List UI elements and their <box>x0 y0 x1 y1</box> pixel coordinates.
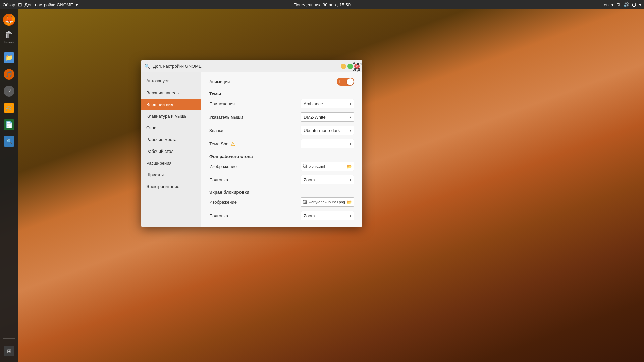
left-dock: 🦊 🗑 Корзина 📁 🎵 ? 🛒 📄 🔍 ⊞ <box>0 9 18 362</box>
desktop-fit-label: Подгонка <box>209 177 228 182</box>
language-selector[interactable]: en <box>604 2 609 7</box>
files-icon: 📁 <box>4 52 14 63</box>
dock-item-amazon[interactable]: 🛒 <box>1 100 17 116</box>
lock-image-picker[interactable]: 🖼 warty-final-ubuntu.png 📂 <box>301 197 354 207</box>
lock-image-open-icon: 📂 <box>346 200 352 205</box>
lock-fit-label: Подгонка <box>209 213 228 218</box>
icons-theme-value: Ubuntu-mono-dark <box>304 128 340 133</box>
apps-theme-arrow: ▾ <box>350 102 351 106</box>
sidebar-item-windows[interactable]: Окна <box>141 122 201 134</box>
cursor-theme-value: DMZ-White <box>304 115 326 120</box>
gnome-tweaks-dialog: 🔍 Доп. настройки GNOME Внешний вид ✕ Авт… <box>141 60 362 227</box>
toggle-knob <box>347 78 354 85</box>
lock-fit-value: Zoom <box>304 213 315 218</box>
dock-bottom-divider <box>3 338 15 339</box>
cursor-theme-label: Указатель мыши <box>209 115 243 120</box>
shell-theme-arrow: ▾ <box>350 142 351 146</box>
lock-fit-row: Подгонка Zoom ▾ <box>209 211 354 220</box>
dock-item-trash[interactable]: 🗑 Корзина <box>1 29 17 44</box>
shell-theme-label: Тема Shell <box>209 141 230 146</box>
search-button[interactable]: 🔍 <box>144 63 150 70</box>
icons-theme-dropdown[interactable]: Ubuntu-mono-dark ▾ <box>301 126 354 135</box>
desktop-image-file-icon: 🖼 <box>303 164 307 169</box>
icons-theme-row: Значки Ubuntu-mono-dark ▾ <box>209 126 354 135</box>
datetime-display[interactable]: Понедельник, 30 апр., 15:50 <box>293 2 351 7</box>
top-panel-left: Обзор ⊞ Доп. настройки GNOME ▾ <box>3 2 78 7</box>
lock-image-label: Изображение <box>209 200 237 205</box>
apps-theme-dropdown[interactable]: Ambiance ▾ <box>301 99 354 108</box>
sidebar-item-appearance[interactable]: Внешний вид <box>141 99 201 110</box>
minimize-button[interactable] <box>341 64 346 69</box>
software-center-icon: 🔍 <box>4 136 14 147</box>
sidebar-item-autostart[interactable]: Автозапуск <box>141 75 201 87</box>
volume-icon[interactable]: 🔊 <box>623 2 629 7</box>
firefox-icon: 🦊 <box>3 14 15 26</box>
rhythmbox-icon: 🎵 <box>4 69 14 80</box>
sidebar-item-fonts[interactable]: Шрифты <box>141 169 201 181</box>
animations-label: Анимации <box>209 79 230 84</box>
desktop-image-label: Изображение <box>209 164 237 169</box>
overview-button[interactable]: Обзор <box>3 2 15 7</box>
titlebar-app-name: Доп. настройки GNOME <box>153 64 202 69</box>
shell-warning-icon: ⚠ <box>230 141 235 147</box>
animations-toggle[interactable]: I <box>337 78 354 86</box>
trash-icon: 🗑 <box>5 29 13 40</box>
dock-divider <box>3 47 15 47</box>
titlebar-left: 🔍 Доп. настройки GNOME <box>144 63 202 70</box>
dock-item-help[interactable]: ? <box>1 83 17 99</box>
lock-fit-arrow: ▾ <box>350 214 351 218</box>
power-arrow[interactable]: ▾ <box>639 2 641 7</box>
toggle-on-label: I <box>339 80 340 84</box>
desktop-fit-row: Подгонка Zoom ▾ <box>209 175 354 184</box>
lock-fit-dropdown[interactable]: Zoom ▾ <box>301 211 354 220</box>
app-menu-label[interactable]: Доп. настройки GNOME <box>25 2 73 7</box>
apps-theme-row: Приложения Ambiance ▾ <box>209 99 354 108</box>
icons-theme-arrow: ▾ <box>350 129 351 132</box>
dialog-body: Автозапуск Верхняя панель Внешний вид Кл… <box>141 72 362 227</box>
top-panel-right: en ▾ ⇅ 🔊 ⏻ ▾ <box>604 2 641 7</box>
app-menu-icon: ⊞ <box>18 2 22 7</box>
cursor-theme-row: Указатель мыши DMZ-White ▾ <box>209 112 354 122</box>
sidebar-item-workspaces[interactable]: Рабочие места <box>141 134 201 145</box>
lang-arrow[interactable]: ▾ <box>611 2 614 7</box>
desktop-fit-dropdown[interactable]: Zoom ▾ <box>301 175 354 184</box>
top-panel: Обзор ⊞ Доп. настройки GNOME ▾ Понедельн… <box>0 0 644 9</box>
libreoffice-icon: 📄 <box>4 119 14 130</box>
dock-item-show-apps[interactable]: ⊞ <box>1 343 17 359</box>
amazon-icon: 🛒 <box>4 103 14 113</box>
shell-theme-row: Тема Shell ⚠ ▾ <box>209 139 354 148</box>
cursor-theme-dropdown[interactable]: DMZ-White ▾ <box>301 112 354 122</box>
titlebar-section-title: Внешний вид <box>352 61 362 72</box>
sidebar-item-power[interactable]: Электропитание <box>141 181 201 192</box>
apps-theme-label: Приложения <box>209 101 235 106</box>
sidebar-item-extensions[interactable]: Расширения <box>141 157 201 169</box>
dock-item-files[interactable]: 📁 <box>1 50 17 65</box>
network-icon[interactable]: ⇅ <box>616 2 621 7</box>
desktop-fit-arrow: ▾ <box>350 178 351 182</box>
desktop: Обзор ⊞ Доп. настройки GNOME ▾ Понедельн… <box>0 0 644 362</box>
cursor-theme-arrow: ▾ <box>350 115 351 119</box>
dock-item-firefox[interactable]: 🦊 <box>1 12 17 27</box>
apps-theme-value: Ambiance <box>304 101 323 106</box>
dock-item-libreoffice[interactable]: 📄 <box>1 117 17 132</box>
lock-image-file-icon: 🖼 <box>303 200 307 205</box>
sidebar-item-desktop[interactable]: Рабочий стол <box>141 145 201 157</box>
dock-item-rhythmbox[interactable]: 🎵 <box>1 67 17 82</box>
app-menu-arrow[interactable]: ▾ <box>76 2 78 7</box>
desktop-image-picker[interactable]: 🖼 bionic.xml 📂 <box>301 162 354 171</box>
themes-section-title: Темы <box>209 91 354 96</box>
power-icon[interactable]: ⏻ <box>632 2 636 7</box>
animations-row: Анимации I <box>209 78 354 86</box>
settings-sidebar: Автозапуск Верхняя панель Внешний вид Кл… <box>141 72 201 227</box>
sidebar-item-keyboard-mouse[interactable]: Клавиатура и мышь <box>141 110 201 122</box>
desktop-image-row: Изображение 🖼 bionic.xml 📂 <box>209 162 354 171</box>
desktop-image-filename: bionic.xml <box>309 164 345 168</box>
dialog-titlebar: 🔍 Доп. настройки GNOME Внешний вид ✕ <box>141 60 362 72</box>
shell-label-group: Тема Shell ⚠ <box>209 141 236 147</box>
desktop-image-open-icon: 📂 <box>346 164 352 169</box>
shell-theme-dropdown[interactable]: ▾ <box>301 139 354 148</box>
lock-image-row: Изображение 🖼 warty-final-ubuntu.png 📂 <box>209 197 354 207</box>
desktop-fit-value: Zoom <box>304 177 315 182</box>
dock-item-software-center[interactable]: 🔍 <box>1 134 17 149</box>
sidebar-item-top-panel[interactable]: Верхняя панель <box>141 87 201 99</box>
